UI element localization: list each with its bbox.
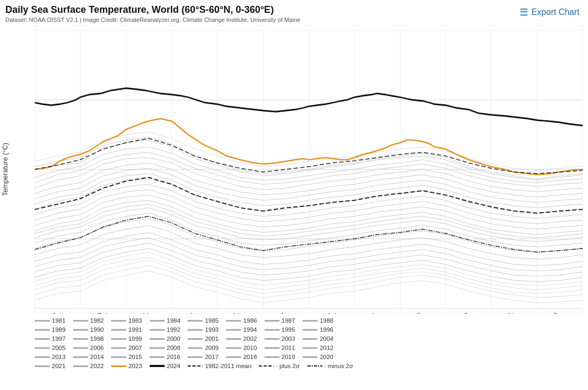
legend-item-2000: 2000 (150, 336, 181, 342)
svg-text:Oct: Oct (463, 311, 474, 314)
svg-text:May: May (234, 311, 247, 314)
legend-item-1992: 1992 (150, 326, 181, 333)
legend-item-2023: 2023 (111, 363, 142, 369)
legend-line-1989 (35, 329, 50, 331)
legend-label-2016: 2016 (167, 354, 181, 360)
legend-line-2010 (226, 347, 241, 349)
legend-line-2014 (73, 356, 88, 358)
legend-line-2012 (303, 347, 318, 349)
legend-item-1988: 1988 (303, 317, 334, 324)
legend-line-2019 (265, 356, 280, 358)
export-label: Export Chart (531, 7, 579, 17)
legend-item-2016: 2016 (150, 354, 181, 360)
legend-line-2013 (35, 356, 50, 358)
legend-line-1996 (303, 329, 318, 331)
legend-item-2007: 2007 (111, 345, 142, 351)
legend-item-1985: 1985 (188, 317, 219, 324)
legend-item-2005: 2005 (35, 345, 66, 351)
legend-item-2001: 2001 (188, 336, 219, 342)
legend-line-1992 (150, 329, 165, 331)
svg-text:Sep: Sep (416, 311, 429, 314)
legend-label-2001: 2001 (205, 336, 219, 342)
legend-label-2017: 2017 (205, 354, 219, 360)
legend-item-2009: 2009 (188, 345, 219, 351)
legend-item-mean: 1982-2011 mean (188, 363, 251, 369)
hamburger-icon: ☰ (520, 6, 528, 18)
legend-label-2024: 2024 (167, 363, 181, 369)
legend-label-1992: 1992 (167, 326, 181, 333)
legend-line-2008 (150, 347, 165, 349)
legend-label-1983: 1983 (128, 317, 142, 324)
legend-line-1981 (35, 320, 50, 322)
legend-row-1: 1981 1982 1983 1984 1985 1986 (35, 317, 583, 324)
legend-label-2013: 2013 (52, 354, 66, 360)
legend-line-2007 (111, 347, 126, 349)
legend-label-1990: 1990 (90, 326, 104, 333)
legend-line-1993 (188, 329, 203, 331)
legend-label-1987: 1987 (282, 317, 296, 324)
svg-text:Dec: Dec (553, 311, 566, 314)
legend-label-1986: 1986 (243, 317, 257, 324)
legend-item-1998: 1998 (73, 336, 104, 342)
legend-item-1986: 1986 (226, 317, 257, 324)
legend-line-1987 (265, 320, 280, 322)
legend-label-1997: 1997 (52, 336, 66, 342)
legend-label-2010: 2010 (243, 345, 257, 351)
legend-line-plus2sigma-svg (259, 363, 274, 369)
legend-row-5: 2013 2014 2015 2016 2017 2018 (35, 354, 583, 361)
legend-item-1999: 1999 (111, 336, 142, 342)
legend-item-1993: 1993 (188, 326, 219, 333)
svg-text:Jun: Jun (280, 311, 291, 314)
page-container: Daily Sea Surface Temperature, World (60… (0, 0, 588, 390)
legend-line-2018 (226, 356, 241, 358)
legend-label-2020: 2020 (320, 354, 334, 360)
legend-line-2011 (265, 347, 280, 349)
legend-item-2020: 2020 (303, 354, 334, 360)
legend-item-2018: 2018 (226, 354, 257, 360)
legend-label-1989: 1989 (52, 326, 66, 333)
legend-line-1994 (226, 329, 241, 331)
legend-item-2021: 2021 (35, 363, 66, 369)
legend-label-minus2sigma: · minus 2σ (324, 363, 353, 369)
legend-item-1984: 1984 (150, 317, 181, 324)
legend-label-2005: 2005 (52, 345, 66, 351)
legend-label-1982: 1982 (90, 317, 104, 324)
legend-item-1983: 1983 (111, 317, 142, 324)
legend-area: 1981 1982 1983 1984 1985 1986 (35, 317, 583, 370)
chart-subtitle: Dataset: NOAA OISST V2.1 | Image Credit:… (5, 17, 300, 23)
legend-line-2023 (111, 365, 126, 367)
legend-line-1986 (226, 320, 241, 322)
legend-label-2009: 2009 (205, 345, 219, 351)
svg-text:Jul: Jul (327, 311, 336, 314)
legend-item-1982: 1982 (73, 317, 104, 324)
legend-label-mean: 1982-2011 mean (205, 363, 251, 369)
legend-label-2019: 2019 (282, 354, 296, 360)
legend-line-1983 (111, 320, 126, 322)
legend-item-2015: 2015 (111, 354, 142, 360)
legend-row-6: 2021 2022 2023 2024 1982-2011 mean (35, 363, 583, 370)
legend-label-2012: 2012 (320, 345, 334, 351)
legend-line-1997 (35, 338, 50, 340)
export-chart-button[interactable]: ☰ Export Chart (516, 4, 583, 20)
legend-item-1994: 1994 (226, 326, 257, 333)
legend-label-1998: 1998 (90, 336, 104, 342)
legend-line-1988 (303, 320, 318, 322)
legend-label-2021: 2021 (52, 363, 66, 369)
svg-text:Mar: Mar (143, 311, 156, 314)
legend-line-2021 (35, 365, 50, 367)
legend-line-2002 (226, 338, 241, 340)
legend-label-2002: 2002 (243, 336, 257, 342)
legend-item-1996: 1996 (303, 326, 334, 333)
legend-label-2004: 2004 (320, 336, 334, 342)
legend-line-1985 (188, 320, 203, 322)
legend-label-1996: 1996 (320, 326, 334, 333)
legend-line-2003 (265, 338, 280, 340)
legend-item-2024: 2024 (150, 363, 181, 369)
legend-item-2017: 2017 (188, 354, 219, 360)
legend-line-mean-svg (188, 363, 203, 369)
legend-label-1993: 1993 (205, 326, 219, 333)
legend-label-2023: 2023 (128, 363, 142, 369)
legend-line-2022 (73, 365, 88, 367)
legend-row-3: 1997 1998 1999 2000 2001 2002 (35, 336, 583, 342)
legend-row-4: 2005 2006 2007 2008 2009 2010 (35, 345, 583, 352)
